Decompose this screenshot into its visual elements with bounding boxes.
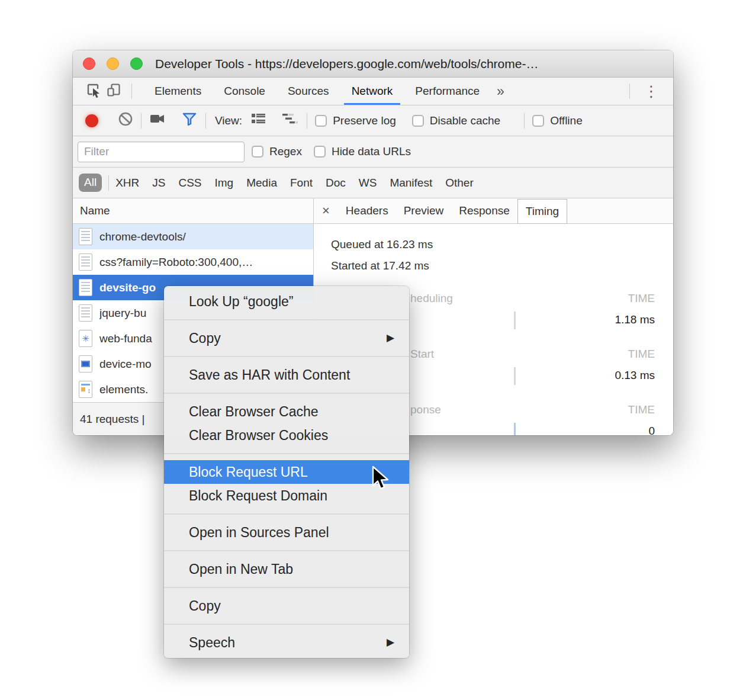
type-filter-xhr[interactable]: XHR	[115, 176, 139, 190]
window-title: Developer Tools - https://developers.goo…	[155, 57, 538, 71]
inspect-element-button[interactable]	[83, 81, 104, 101]
section-label-scheduling: heduling	[410, 292, 453, 305]
tab-performance[interactable]: Performance	[404, 78, 491, 105]
waterfall-bar	[514, 367, 516, 385]
menu-item-open-in-sources-panel[interactable]: Open in Sources Panel	[164, 521, 409, 544]
section-label-connection-start: Start	[410, 348, 434, 361]
hide-data-urls-label: Hide data URLs	[332, 145, 411, 158]
divider	[524, 113, 525, 129]
titlebar: Developer Tools - https://developers.goo…	[73, 50, 673, 78]
tab-console[interactable]: Console	[213, 78, 276, 105]
regex-label: Regex	[269, 145, 302, 158]
type-filter-ws[interactable]: WS	[359, 176, 377, 190]
minimize-window-button[interactable]	[107, 57, 119, 70]
camera-icon	[149, 112, 166, 129]
capture-screenshots-button[interactable]	[149, 112, 166, 129]
devtools-menu-button[interactable]: ⋮	[638, 84, 665, 99]
menu-item-speech-submenu[interactable]: Speech ▶	[164, 631, 409, 654]
traffic-lights	[83, 57, 143, 70]
hide-data-urls-checkbox[interactable]	[314, 146, 326, 158]
disable-cache-checkbox[interactable]	[412, 115, 424, 127]
menu-separator	[164, 356, 409, 357]
preserve-log-control: Preserve log	[315, 114, 396, 127]
menu-item-clear-browser-cache[interactable]: Clear Browser Cache	[164, 400, 409, 423]
tab-headers[interactable]: Headers	[338, 198, 396, 224]
view-label: View:	[215, 114, 242, 127]
menu-item-open-in-new-tab[interactable]: Open in New Tab	[164, 557, 409, 581]
waterfall-bar	[514, 312, 516, 329]
time-column-header: TIME	[628, 403, 655, 416]
filter-input[interactable]	[78, 142, 245, 162]
menu-item-copy-submenu[interactable]: Copy ▶	[164, 326, 409, 350]
menu-separator	[164, 624, 409, 625]
menu-separator	[164, 453, 409, 454]
type-filter-doc[interactable]: Doc	[326, 176, 346, 190]
divider	[141, 113, 142, 129]
type-filter-js[interactable]: JS	[152, 176, 165, 190]
close-icon[interactable]: ×	[322, 203, 330, 219]
clear-button[interactable]	[118, 111, 133, 130]
menu-separator	[164, 550, 409, 551]
menu-separator	[164, 513, 409, 515]
submenu-arrow-icon: ▶	[387, 326, 394, 350]
list-view-icon	[250, 112, 267, 129]
table-row[interactable]: chrome-devtools/	[73, 224, 313, 249]
waterfall-icon	[281, 112, 299, 129]
document-icon	[79, 228, 92, 245]
preserve-log-label: Preserve log	[333, 114, 396, 127]
timing-value: 1.18 ms	[615, 313, 655, 326]
regex-checkbox[interactable]	[252, 146, 263, 158]
menu-item-copy[interactable]: Copy	[164, 594, 409, 618]
stylesheet-icon: ✳	[79, 330, 92, 347]
type-filter-media[interactable]: Media	[246, 176, 277, 190]
preserve-log-checkbox[interactable]	[315, 115, 327, 127]
filter-toggle-button[interactable]	[181, 111, 198, 130]
divider	[108, 175, 109, 191]
type-filter-all[interactable]: All	[79, 174, 102, 192]
tab-elements[interactable]: Elements	[143, 78, 213, 105]
menu-item-clear-browser-cookies[interactable]: Clear Browser Cookies	[164, 423, 409, 447]
record-button[interactable]	[85, 114, 98, 127]
filter-funnel-icon	[181, 111, 198, 130]
waterfall-toggle-button[interactable]	[281, 112, 299, 129]
offline-checkbox[interactable]	[532, 115, 544, 127]
tab-sources[interactable]: Sources	[276, 78, 340, 105]
divider	[131, 84, 132, 99]
timing-value: 0.13 ms	[615, 369, 655, 382]
zoom-window-button[interactable]	[130, 57, 143, 70]
hide-data-urls-control: Hide data URLs	[314, 145, 411, 158]
menu-item-save-har[interactable]: Save as HAR with Content	[164, 363, 409, 387]
submenu-arrow-icon: ▶	[387, 631, 394, 654]
mouse-cursor	[369, 465, 392, 495]
type-filter-css[interactable]: CSS	[178, 176, 201, 190]
timing-value: 0	[648, 425, 655, 435]
menu-separator	[164, 393, 409, 394]
started-at-text: Started at 17.42 ms	[331, 259, 429, 272]
network-toolbar: View:	[73, 105, 673, 136]
table-row[interactable]: css?family=Roboto:300,400,…	[73, 249, 313, 275]
type-filter-font[interactable]: Font	[290, 176, 313, 190]
disable-cache-control: Disable cache	[412, 114, 500, 127]
large-rows-toggle-button[interactable]	[250, 112, 267, 129]
tab-response[interactable]: Response	[451, 198, 517, 224]
tab-network[interactable]: Network	[340, 78, 404, 105]
regex-control: Regex	[252, 145, 302, 158]
tab-preview[interactable]: Preview	[396, 198, 452, 224]
type-filter-manifest[interactable]: Manifest	[390, 176, 432, 190]
tab-timing[interactable]: Timing	[517, 199, 567, 224]
disable-cache-label: Disable cache	[430, 114, 500, 127]
request-count: 41 requests |	[80, 413, 145, 426]
device-toolbar-button[interactable]	[104, 81, 124, 101]
type-filter-other[interactable]: Other	[445, 176, 474, 190]
type-filter-img[interactable]: Img	[215, 176, 234, 190]
devtools-tabbar: Elements Console Sources Network Perform…	[73, 78, 673, 105]
menu-separator	[164, 319, 409, 320]
document-icon	[79, 253, 92, 271]
menu-item-look-up[interactable]: Look Up “google”	[164, 290, 409, 313]
name-column-header[interactable]: Name	[73, 198, 313, 224]
script-icon	[79, 304, 92, 322]
more-tabs-chevron[interactable]: »	[497, 84, 504, 99]
detail-panel-tabs: × Headers Preview Response Timing	[314, 198, 673, 224]
clear-icon	[118, 111, 133, 130]
close-window-button[interactable]	[83, 57, 95, 70]
